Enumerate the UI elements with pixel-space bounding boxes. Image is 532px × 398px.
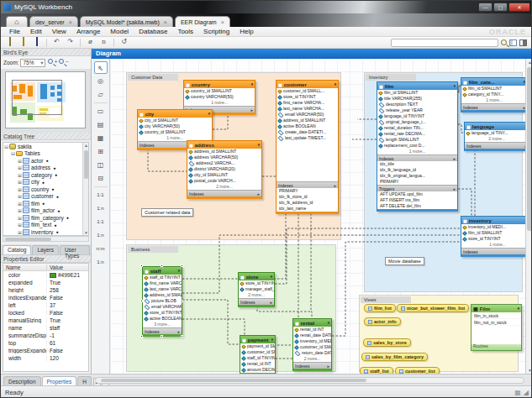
property-row-color[interactable]: color#499E21 bbox=[3, 271, 88, 279]
rel-1-n-non-identifying-tool[interactable]: 1:n bbox=[94, 202, 108, 215]
view-sales-by-store[interactable]: sales_by_store bbox=[363, 338, 411, 347]
er-table-header[interactable]: ▦city▾ bbox=[138, 110, 212, 118]
er-column[interactable]: inventory_id MEDI... bbox=[461, 224, 525, 230]
er-column[interactable]: category_id TINY... bbox=[461, 92, 525, 97]
er-table-header[interactable]: ▦address▾ bbox=[187, 141, 261, 149]
selection-handle[interactable] bbox=[140, 335, 143, 338]
er-column[interactable]: active BOOLEAN bbox=[143, 316, 182, 322]
er-column[interactable]: postal_code VARCH... bbox=[187, 178, 261, 184]
er-column[interactable]: return_date DATE... bbox=[293, 350, 331, 356]
er-column[interactable]: address VARCHAR(50) bbox=[187, 154, 261, 160]
er-column[interactable]: amount DECIMAL(... bbox=[240, 367, 275, 373]
expand-arrow-icon[interactable]: ▾ bbox=[334, 82, 336, 86]
view-film-list[interactable]: film_list bbox=[364, 304, 396, 312]
close-tab-icon[interactable]: × bbox=[221, 19, 224, 25]
er-column[interactable]: film_id SMALLINT bbox=[461, 230, 525, 236]
er-index-row[interactable]: AFT INSERT ins_film bbox=[377, 197, 457, 203]
view-staff-list[interactable]: staff_list bbox=[360, 367, 393, 374]
diagram-vscrollbar[interactable]: ▲ ▼ bbox=[525, 59, 532, 374]
er-column[interactable]: rental_id INT bbox=[240, 361, 275, 367]
er-column[interactable]: description TEXT bbox=[377, 102, 457, 107]
property-row-manualsizing[interactable]: manualSizingTrue bbox=[3, 317, 88, 324]
er-column[interactable]: original_language_i... bbox=[377, 119, 457, 125]
save-model-icon[interactable] bbox=[31, 38, 42, 47]
er-column[interactable]: release_year YEAR bbox=[377, 107, 457, 113]
expand-icon[interactable]: ⊞ bbox=[17, 158, 23, 164]
tree-item-address[interactable]: ⊞address● bbox=[3, 165, 88, 172]
expand-icon[interactable]: ⊞ bbox=[17, 172, 23, 178]
property-row-triggersexpanded[interactable]: triggersExpandedFalse bbox=[3, 347, 88, 354]
er-index-row[interactable]: idx_fk_store_id bbox=[277, 194, 338, 200]
tree-item-inventory[interactable]: ⊞inventory● bbox=[3, 228, 88, 236]
tree-item-film-category[interactable]: ⊞film_category● bbox=[3, 214, 88, 222]
section-bar-indexes[interactable]: Indexes▸ bbox=[277, 181, 338, 188]
section-bar-indexes[interactable]: Indexes▸ bbox=[239, 298, 274, 305]
redo-icon[interactable]: ↷ bbox=[65, 38, 76, 47]
routine-film-in-stock[interactable]: film_in_stock bbox=[471, 312, 521, 319]
view-sales-by-film-category[interactable]: sales_by_film_category bbox=[361, 353, 428, 361]
er-table-rental[interactable]: ▦rental▾rental_id INTrental_date DATE...… bbox=[292, 318, 332, 371]
zoom-dropdown-icon[interactable]: ▾ bbox=[40, 60, 43, 66]
er-column[interactable]: staff_id TINYINT bbox=[240, 355, 275, 361]
er-index-row[interactable]: AFT UPDATE upd_film bbox=[377, 191, 457, 197]
er-index-row[interactable]: idx_title bbox=[377, 161, 457, 167]
menu-tools[interactable]: Tools bbox=[172, 28, 198, 35]
toggle-right-panel-icon[interactable] bbox=[519, 39, 527, 46]
section-bar-indexes[interactable]: Indexes▸ bbox=[143, 327, 182, 334]
section-bar-indexes[interactable]: Indexes▸ bbox=[461, 248, 525, 254]
catalog-tree-hscrollbar[interactable] bbox=[3, 236, 89, 242]
er-column[interactable]: address_id SMALL... bbox=[143, 292, 182, 298]
view-tool[interactable]: ◫ bbox=[94, 159, 108, 171]
expand-icon[interactable]: ⊞ bbox=[17, 201, 23, 207]
er-column[interactable]: store_id TINYINT bbox=[461, 236, 525, 242]
er-table-store[interactable]: ▦store▾store_id TINYINTmanager_staff_i..… bbox=[238, 272, 275, 307]
zoom-in-button[interactable]: + bbox=[47, 58, 56, 67]
select-tool[interactable]: ⇖ bbox=[94, 61, 108, 74]
delete-tool[interactable]: ▱ bbox=[94, 88, 108, 101]
er-column[interactable]: district VARCHAR(20) bbox=[187, 166, 261, 172]
minimap-viewport[interactable] bbox=[12, 80, 62, 115]
collapse-icon[interactable]: ⊟ bbox=[10, 150, 16, 156]
tab-layers[interactable]: Layers bbox=[32, 245, 59, 254]
menu-help[interactable]: Help bbox=[234, 28, 258, 35]
note-tool[interactable]: ▤ bbox=[94, 118, 108, 131]
routine-group-tool[interactable]: ⊟ bbox=[94, 172, 108, 185]
er-table-staff[interactable]: ▦staff▾staff_id TINYINTfirst_name VARCH.… bbox=[142, 266, 182, 337]
selection-handle[interactable] bbox=[140, 300, 143, 302]
er-column[interactable]: city VARCHAR(50) bbox=[138, 123, 212, 129]
maximize-button[interactable]: ▢ bbox=[493, 3, 508, 12]
rel-1-1-non-identifying-tool[interactable]: 1:1 bbox=[94, 189, 108, 202]
scroll-up-arrow-icon[interactable]: ▲ bbox=[526, 59, 532, 65]
expand-icon[interactable]: ⊞ bbox=[17, 207, 23, 213]
er-column[interactable]: manager_staff_i... bbox=[239, 286, 274, 292]
align-grid-icon[interactable]: ɒ bbox=[98, 38, 109, 47]
er-index-row[interactable]: AFT DELETE del_film bbox=[377, 203, 457, 209]
menu-view[interactable]: View bbox=[47, 28, 71, 35]
selection-handle[interactable] bbox=[181, 264, 183, 267]
er-table-header[interactable]: ▦staff▾ bbox=[143, 267, 182, 275]
er-table-address[interactable]: ▦address▾address_id SMALLINTaddress VARC… bbox=[187, 140, 262, 199]
er-table-language[interactable]: ▦language▾language_id TINY...2 more...In… bbox=[464, 122, 525, 151]
er-column[interactable]: last_name VARCH... bbox=[143, 286, 182, 292]
er-column[interactable]: last_name VARCHA... bbox=[277, 106, 338, 112]
property-row-locked[interactable]: lockedFalse bbox=[3, 309, 88, 317]
er-column[interactable]: staff_id TINYINT bbox=[143, 275, 182, 280]
pan-tool[interactable]: ◎ bbox=[94, 75, 108, 87]
er-column[interactable]: rental_date DATE... bbox=[293, 333, 331, 338]
rel-n-m-identifying-tool[interactable]: n:m bbox=[94, 243, 108, 255]
menu-model[interactable]: Model bbox=[105, 28, 134, 35]
history-icon[interactable]: ↺ bbox=[119, 38, 129, 47]
section-bar-triggers[interactable]: Triggers▸ bbox=[377, 185, 457, 191]
toggle-grid-icon[interactable]: ø bbox=[85, 38, 96, 47]
tree-item-film-text[interactable]: ⊞film_text● bbox=[3, 222, 88, 229]
search-input[interactable] bbox=[391, 39, 498, 47]
zoom-out-button[interactable]: − bbox=[58, 58, 67, 67]
tab-dev-server[interactable]: dev_server× bbox=[29, 16, 78, 27]
er-column[interactable]: replacement_cost D... bbox=[377, 143, 457, 149]
property-row-summarizedisplay[interactable]: summarizeDisplay-1 bbox=[3, 332, 88, 339]
menu-arrange[interactable]: Arrange bbox=[71, 28, 105, 35]
er-column[interactable]: email VARCHAR(50) bbox=[277, 112, 338, 118]
expand-icon[interactable]: ⊞ bbox=[17, 229, 23, 235]
er-column[interactable]: film_id SMALLINT bbox=[377, 90, 457, 96]
er-table-header[interactable]: ▦film▾ bbox=[377, 82, 457, 90]
